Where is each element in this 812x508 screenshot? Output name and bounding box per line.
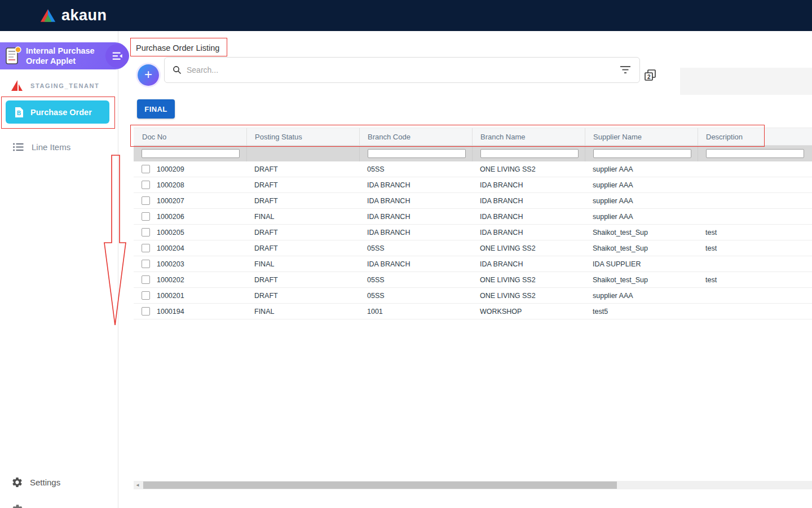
table-row[interactable]: 1000205 DRAFT IDA BRANCH IDA BRANCH Shai… — [134, 225, 812, 240]
cell-branch-code: 05SS — [359, 240, 472, 256]
cell-posting-status: FINAL — [246, 304, 359, 319]
cell-posting-status: DRAFT — [246, 288, 359, 303]
final-filter-button[interactable]: FINAL — [137, 99, 175, 119]
cell-supplier-name: supplier AAA — [585, 193, 698, 208]
row-checkbox[interactable] — [142, 291, 150, 300]
row-checkbox[interactable] — [142, 181, 150, 189]
filter-input-supplier-name[interactable] — [593, 149, 691, 158]
cell-supplier-name: IDA SUPPLIER — [585, 256, 698, 271]
sidebar-toggle-button[interactable] — [105, 44, 129, 68]
row-checkbox[interactable] — [142, 260, 150, 268]
table-row[interactable]: 1000201 DRAFT 05SS ONE LIVING SS2 suppli… — [134, 288, 812, 304]
cell-posting-status: DRAFT — [246, 177, 359, 192]
filter-cell-posting-status — [246, 146, 359, 161]
sidebar-item-label: Purchase Order — [30, 108, 92, 117]
filter-input-branch-name[interactable] — [480, 149, 579, 158]
table-header-row: Doc No Posting Status Branch Code Branch… — [134, 128, 812, 146]
cell-posting-status: DRAFT — [246, 161, 359, 177]
cell-branch-code: 1001 — [359, 304, 472, 319]
logo-text: akaun — [61, 7, 107, 24]
cell-posting-status: DRAFT — [246, 272, 359, 287]
cell-doc-no: 1000209 — [157, 165, 184, 173]
table-row[interactable]: 1000202 DRAFT 05SS ONE LIVING SS2 Shaiko… — [134, 272, 812, 288]
cell-supplier-name: supplier AAA — [585, 161, 698, 177]
cell-description: test — [698, 272, 812, 287]
document-icon: B — [14, 107, 24, 118]
cell-doc-no: 1000201 — [157, 292, 184, 300]
table-row[interactable]: 1000209 DRAFT 05SS ONE LIVING SS2 suppli… — [134, 161, 812, 177]
applet-icon — [2, 45, 24, 67]
sidebar-item-label: Line Items — [32, 142, 70, 152]
filter-icon[interactable] — [619, 64, 632, 76]
cell-supplier-name: Shaikot_test_Sup — [585, 225, 698, 240]
scroll-left-arrow[interactable]: ◄ — [134, 481, 142, 489]
horizontal-scrollbar[interactable]: ◄ — [134, 481, 812, 489]
table-row[interactable]: 1000194 FINAL 1001 WORKSHOP test5 — [134, 304, 812, 319]
applet-banner: Internal Purchase Order Applet — [0, 42, 129, 69]
row-checkbox[interactable] — [142, 244, 150, 252]
column-header-supplier-name: Supplier Name — [585, 128, 698, 145]
table-row[interactable]: 1000204 DRAFT 05SS ONE LIVING SS2 Shaiko… — [134, 240, 812, 256]
row-checkbox[interactable] — [142, 212, 150, 221]
cell-branch-code: IDA BRANCH — [359, 193, 472, 208]
cell-doc-no: 1000202 — [157, 276, 184, 284]
gear-icon — [11, 476, 23, 488]
list-icon — [13, 143, 24, 151]
cell-doc-no: 1000204 — [157, 244, 184, 252]
settings-label: Settings — [30, 478, 60, 487]
filter-input-branch-code[interactable] — [368, 149, 466, 158]
cell-branch-code: IDA BRANCH — [359, 256, 472, 271]
cell-doc-no: 1000205 — [157, 229, 184, 237]
sidebar-item-purchase-order[interactable]: B Purchase Order — [6, 100, 109, 124]
column-header-description: Description — [698, 128, 812, 145]
cell-supplier-name: Shaikot_test_Sup — [585, 272, 698, 287]
table-row[interactable]: 1000206 FINAL IDA BRANCH IDA BRANCH supp… — [134, 209, 812, 225]
svg-text:B: B — [17, 110, 21, 116]
cell-description — [698, 209, 812, 224]
sidebar-item-line-items[interactable]: Line Items — [0, 137, 118, 156]
column-header-posting-status: Posting Status — [246, 128, 359, 145]
cell-branch-name: IDA BRANCH — [472, 256, 585, 271]
cell-branch-code: IDA BRANCH — [359, 225, 472, 240]
row-checkbox[interactable] — [142, 165, 150, 173]
cell-doc-no: 1000203 — [157, 260, 184, 268]
tenant-logo-icon — [9, 78, 24, 93]
cell-branch-name: IDA BRANCH — [472, 193, 585, 208]
table-row[interactable]: 1000208 DRAFT IDA BRANCH IDA BRANCH supp… — [134, 177, 812, 193]
filter-input-description[interactable] — [706, 149, 804, 158]
table-row[interactable]: 1000203 FINAL IDA BRANCH IDA BRANCH IDA … — [134, 256, 812, 272]
cell-branch-name: ONE LIVING SS2 — [472, 240, 585, 256]
search-input[interactable] — [187, 65, 614, 75]
scrollbar-thumb[interactable] — [143, 481, 617, 489]
table-filter-row — [134, 146, 812, 161]
table-row[interactable]: 1000207 DRAFT IDA BRANCH IDA BRANCH supp… — [134, 193, 812, 209]
cell-posting-status: DRAFT — [246, 240, 359, 256]
cell-posting-status: DRAFT — [246, 193, 359, 208]
cell-posting-status: FINAL — [246, 209, 359, 224]
row-checkbox[interactable] — [142, 307, 150, 316]
row-checkbox[interactable] — [142, 196, 150, 205]
sidebar-item-settings[interactable]: Settings — [0, 472, 118, 492]
cell-doc-no: 1000207 — [157, 197, 184, 205]
akaun-logo-icon — [39, 8, 56, 23]
cell-branch-code: IDA BRANCH — [359, 177, 472, 192]
cell-branch-name: IDA BRANCH — [472, 225, 585, 240]
row-checkbox[interactable] — [142, 228, 150, 237]
akaun-logo: akaun — [39, 7, 107, 24]
cell-description — [698, 288, 812, 303]
page-title: Purchase Order Listing — [136, 43, 219, 52]
cell-posting-status: FINAL — [246, 256, 359, 271]
top-bar: akaun — [0, 0, 812, 31]
cell-supplier-name: supplier AAA — [585, 209, 698, 224]
column-header-branch-code: Branch Code — [359, 128, 472, 145]
pages-icon[interactable]: 2 — [643, 68, 657, 82]
gear-icon-bottom — [11, 503, 24, 508]
cell-description — [698, 161, 812, 177]
filter-input-doc-no[interactable] — [142, 149, 240, 158]
row-checkbox[interactable] — [142, 275, 150, 284]
cell-description — [698, 256, 812, 271]
add-button[interactable]: + — [138, 64, 159, 86]
cell-supplier-name: test5 — [585, 304, 698, 319]
purchase-order-table: Doc No Posting Status Branch Code Branch… — [134, 128, 812, 319]
cell-description: test — [698, 240, 812, 256]
